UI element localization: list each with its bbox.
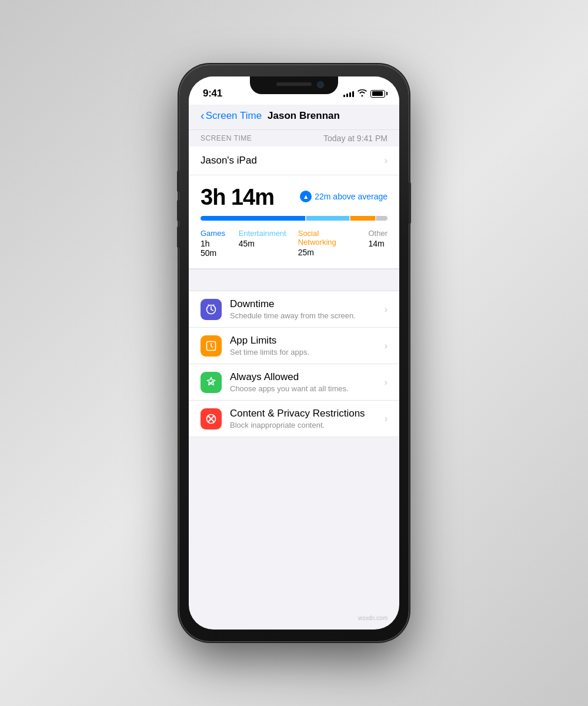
device-chevron-icon: › xyxy=(385,155,387,166)
downtime-subtitle: Schedule time away from the screen. xyxy=(230,311,376,320)
battery-icon xyxy=(370,90,385,98)
entertainment-time: 45m xyxy=(239,239,286,248)
section-header: SCREEN TIME Today at 9:41 PM xyxy=(189,129,399,146)
category-entertainment: Entertainment 45m xyxy=(239,229,286,258)
signal-bar-2 xyxy=(346,94,348,97)
battery-fill xyxy=(372,91,383,96)
content-subtitle: Block inappropriate content. xyxy=(230,421,376,429)
menu-item-downtime[interactable]: Downtime Schedule time away from the scr… xyxy=(189,291,399,328)
category-social: Social Networking 25m xyxy=(298,229,357,258)
nav-title: Jason Brennan xyxy=(268,110,340,122)
social-time: 25m xyxy=(298,248,357,257)
always-allowed-subtitle: Choose apps you want at all times. xyxy=(230,384,376,393)
section-separator xyxy=(189,269,399,291)
bar-other xyxy=(376,216,387,221)
category-labels: Games 1h 50m Entertainment 45m Social Ne… xyxy=(201,229,387,258)
usage-bar xyxy=(201,216,387,221)
watermark: wsxdn.com xyxy=(358,615,387,621)
always-allowed-chevron-icon: › xyxy=(385,377,387,388)
app-limits-text: App Limits Set time limits for apps. xyxy=(230,335,376,357)
device-name: Jason's iPad xyxy=(201,155,257,166)
device-row[interactable]: Jason's iPad › xyxy=(189,146,399,175)
signal-bars-icon xyxy=(343,90,354,97)
menu-list: Downtime Schedule time away from the scr… xyxy=(189,291,399,437)
menu-item-content[interactable]: Content & Privacy Restrictions Block ina… xyxy=(189,401,399,437)
always-allowed-title: Always Allowed xyxy=(230,371,376,383)
arrow-up-icon: ▲ xyxy=(300,191,312,202)
games-label: Games xyxy=(201,229,227,238)
status-icons xyxy=(343,89,385,98)
stats-top: 3h 14m ▲ 22m above average xyxy=(201,185,387,210)
average-badge: ▲ 22m above average xyxy=(300,191,387,202)
app-limits-subtitle: Set time limits for apps. xyxy=(230,348,376,357)
section-label: SCREEN TIME xyxy=(201,134,252,142)
menu-item-app-limits[interactable]: App Limits Set time limits for apps. › xyxy=(189,328,399,364)
category-other: Other 14m xyxy=(368,229,387,258)
notch xyxy=(250,76,338,94)
other-time: 14m xyxy=(368,239,387,248)
content-text: Content & Privacy Restrictions Block ina… xyxy=(230,408,376,429)
bar-social xyxy=(350,216,375,221)
signal-bar-3 xyxy=(349,92,351,97)
app-limits-icon xyxy=(201,335,222,357)
signal-bar-4 xyxy=(352,91,354,97)
games-time: 1h 50m xyxy=(201,239,227,258)
menu-item-always-allowed[interactable]: Always Allowed Choose apps you want at a… xyxy=(189,364,399,401)
back-label: Screen Time xyxy=(206,110,262,122)
content-chevron-icon: › xyxy=(385,414,387,424)
always-allowed-icon xyxy=(201,372,222,393)
social-label: Social Networking xyxy=(298,229,357,247)
category-games: Games 1h 50m xyxy=(201,229,227,258)
back-button[interactable]: ‹ Screen Time xyxy=(201,109,262,122)
entertainment-label: Entertainment xyxy=(239,229,286,238)
status-time: 9:41 xyxy=(203,88,222,99)
stats-block: 3h 14m ▲ 22m above average Games 1h 50m xyxy=(189,175,399,269)
always-allowed-text: Always Allowed Choose apps you want at a… xyxy=(230,371,376,393)
app-limits-chevron-icon: › xyxy=(385,341,387,351)
total-time: 3h 14m xyxy=(201,185,274,210)
downtime-title: Downtime xyxy=(230,298,376,310)
average-label: 22m above average xyxy=(315,192,387,201)
bar-games xyxy=(201,216,305,221)
downtime-chevron-icon: › xyxy=(385,304,387,315)
content-icon xyxy=(201,408,222,429)
speaker xyxy=(276,82,312,86)
content-title: Content & Privacy Restrictions xyxy=(230,408,376,419)
wifi-icon xyxy=(358,89,367,98)
chevron-left-icon: ‹ xyxy=(201,109,205,122)
other-label: Other xyxy=(368,229,387,238)
camera xyxy=(317,81,324,88)
phone-frame: 9:41 ‹ Screen Time xyxy=(179,65,409,641)
signal-bar-1 xyxy=(343,95,345,97)
section-date: Today at 9:41 PM xyxy=(323,134,387,143)
phone-screen: 9:41 ‹ Screen Time xyxy=(189,76,399,630)
bar-entertainment xyxy=(306,216,349,221)
app-limits-title: App Limits xyxy=(230,335,376,347)
nav-header: ‹ Screen Time Jason Brennan xyxy=(189,105,399,129)
downtime-icon xyxy=(201,299,222,320)
downtime-text: Downtime Schedule time away from the scr… xyxy=(230,298,376,320)
